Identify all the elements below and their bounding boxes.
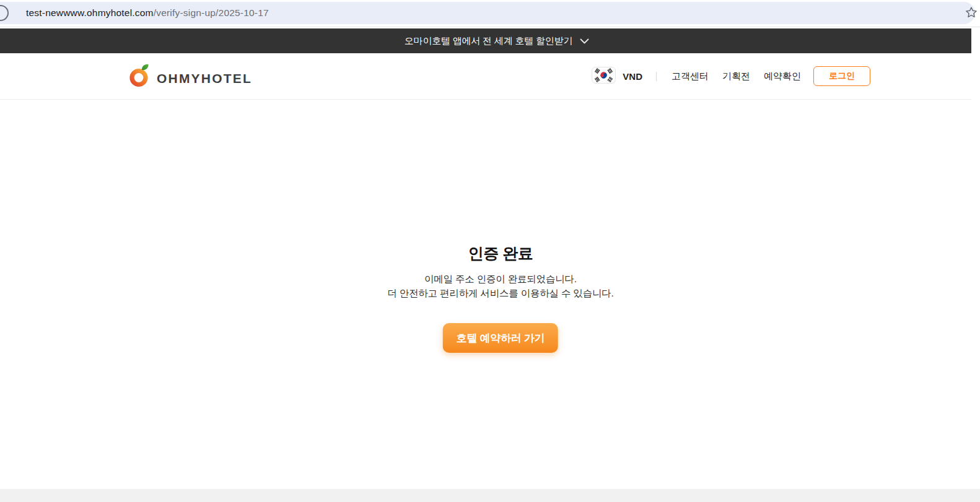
verify-description-line2: 더 안전하고 편리하게 서비스를 이용하실 수 있습니다. [387, 288, 613, 298]
site-info-icon[interactable] [0, 5, 9, 21]
url-text: test-newwww.ohmyhotel.com/verify-sign-up… [26, 7, 269, 19]
login-button[interactable]: 로그인 [813, 66, 870, 86]
verify-complete-section: 인증 완료 이메일 주소 인증이 완료되었습니다. 더 안전하고 편리하게 서비… [346, 0, 655, 489]
page: test-newwww.ohmyhotel.com/verify-sign-up… [0, 0, 980, 502]
nav-reservation-check[interactable]: 예약확인 [763, 68, 802, 85]
nav-promotions[interactable]: 기획전 [721, 68, 751, 85]
verify-description: 이메일 주소 인증이 완료되었습니다. 더 안전하고 편리하게 서비스를 이용하… [346, 272, 655, 300]
orange-ring-leaf-icon [129, 63, 151, 90]
page-title: 인증 완료 [346, 243, 655, 264]
url-path: /verify-sign-up/2025-10-17 [154, 7, 269, 18]
bookmark-star-icon[interactable] [965, 6, 978, 21]
url-domain: test-newwww.ohmyhotel.com [26, 7, 154, 18]
logo-wordmark: OHMYHOTEL [157, 67, 252, 85]
go-to-booking-button[interactable]: 호텔 예약하러 가기 [443, 323, 558, 353]
verify-description-line1: 이메일 주소 인증이 완료되었습니다. [424, 274, 577, 284]
footer [0, 489, 980, 502]
logo[interactable]: OHMYHOTEL [129, 63, 252, 90]
nav-customer-center[interactable]: 고객센터 [670, 68, 710, 85]
header-divider [656, 72, 657, 81]
